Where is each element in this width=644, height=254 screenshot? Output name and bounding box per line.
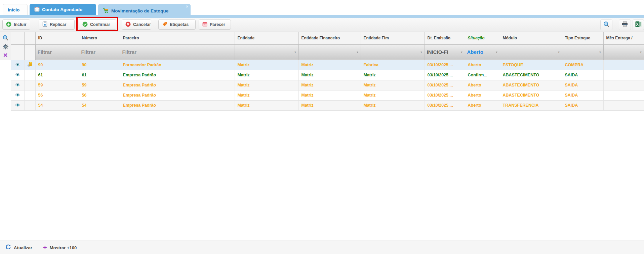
row-note-icon[interactable] — [24, 60, 35, 70]
cell-entidade[interactable]: Matriz — [235, 80, 298, 90]
chevron-down-icon[interactable]: ▼ — [460, 51, 463, 54]
replicar-button[interactable]: Replicar — [39, 20, 75, 30]
cell-entidade_financeiro[interactable]: Matriz — [298, 60, 361, 70]
cell-dt_emissao[interactable]: 03/10/2025 ... — [425, 80, 465, 90]
cell-tipo_estoque[interactable]: SAIDA — [562, 80, 603, 90]
confirmar-button[interactable]: Confirmar — [79, 20, 116, 30]
chevron-down-icon[interactable]: ▼ — [294, 51, 297, 54]
cell-entidade_financeiro[interactable]: Matriz — [298, 80, 361, 90]
tab-inicio[interactable]: Início — [3, 4, 28, 15]
column-header-tipo_estoque[interactable]: Tipo Estoque — [562, 32, 603, 44]
cell-situacao[interactable]: Confirm... — [465, 70, 500, 80]
print-button[interactable] — [619, 20, 631, 30]
chevron-down-icon[interactable]: ▼ — [640, 51, 642, 54]
cell-situacao[interactable]: Aberto — [465, 90, 500, 100]
chevron-down-icon[interactable]: ▼ — [599, 51, 602, 54]
cell-entidade_fim[interactable]: Matriz — [361, 70, 425, 80]
search-button[interactable] — [600, 20, 612, 30]
cell-numero[interactable]: 90 — [79, 60, 120, 70]
cell-parceiro[interactable]: Empresa Padrão — [120, 100, 235, 110]
cell-entidade[interactable]: Matriz — [235, 70, 298, 80]
filter-entidade_financeiro[interactable]: ▼ — [298, 44, 361, 60]
tab-movimentacao-estoque[interactable]: Movimentação de Estoque ✕ — [98, 4, 191, 18]
cell-entidade_financeiro[interactable]: Matriz — [298, 100, 361, 110]
cell-tipo_estoque[interactable]: SAIDA — [562, 70, 603, 80]
column-header-modulo[interactable]: Módulo — [500, 32, 562, 44]
filter-id[interactable]: Filtrar — [35, 44, 79, 60]
cell-modulo[interactable]: ABASTECIMENTO — [500, 70, 562, 80]
tab-close-icon[interactable]: ✕ — [186, 5, 189, 8]
cancelar-button[interactable]: Cancelar — [122, 20, 151, 30]
row-view-eye-icon[interactable] — [11, 80, 24, 90]
cell-parceiro[interactable]: Fornecedor Padrão — [120, 60, 235, 70]
filter-mes_entrega[interactable]: ▼ — [603, 44, 644, 60]
cell-mes_entrega[interactable] — [603, 100, 644, 110]
column-header-dt_emissao[interactable]: Dt. Emissão — [425, 32, 465, 44]
filter-parceiro[interactable]: Filtrar — [120, 44, 235, 60]
cell-entidade_fim[interactable]: Fabrica — [361, 60, 425, 70]
column-header-numero[interactable]: Número — [79, 32, 120, 44]
table-row[interactable]: 5959Empresa PadrãoMatrizMatrizMatriz03/1… — [11, 80, 644, 90]
row-view-eye-icon[interactable] — [11, 90, 24, 100]
row-view-eye-icon[interactable] — [11, 70, 24, 80]
cell-entidade[interactable]: Matriz — [235, 90, 298, 100]
export-excel-button[interactable] — [633, 20, 644, 30]
cell-modulo[interactable]: ABASTECIMENTO — [500, 90, 562, 100]
atualizar-button[interactable]: Atualizar — [5, 241, 32, 254]
cell-entidade_financeiro[interactable]: Matriz — [298, 90, 361, 100]
cell-mes_entrega[interactable] — [603, 90, 644, 100]
chevron-down-icon[interactable]: ▼ — [420, 51, 423, 54]
cell-modulo[interactable]: ABASTECIMENTO — [500, 80, 562, 90]
cell-mes_entrega[interactable] — [603, 80, 644, 90]
cell-situacao[interactable]: Aberto — [465, 100, 500, 110]
parecer-button[interactable]: Parecer — [199, 20, 231, 30]
chevron-down-icon[interactable]: ▼ — [356, 51, 359, 54]
cell-mes_entrega[interactable] — [603, 70, 644, 80]
cell-entidade_fim[interactable]: Matriz — [361, 100, 425, 110]
table-row[interactable]: 6161Empresa PadrãoMatrizMatrizMatriz03/1… — [11, 70, 644, 80]
row-view-eye-icon[interactable] — [11, 60, 24, 70]
filter-modulo[interactable]: ▼ — [500, 44, 562, 60]
tab-contato-agendado[interactable]: Contato Agendado — [30, 4, 96, 15]
cell-dt_emissao[interactable]: 03/10/2025 ... — [425, 60, 465, 70]
table-row[interactable]: 9090Fornecedor PadrãoMatrizMatrizFabrica… — [11, 60, 644, 70]
filter-tipo_estoque[interactable]: ▼ — [562, 44, 603, 60]
column-header-parceiro[interactable]: Parceiro — [120, 32, 235, 44]
cell-situacao[interactable]: Aberto — [465, 80, 500, 90]
cell-modulo[interactable]: ESTOQUE — [500, 60, 562, 70]
filter-dt_emissao[interactable]: INICIO-FI▼ — [425, 44, 465, 60]
cell-dt_emissao[interactable]: 03/10/2025 ... — [425, 70, 465, 80]
filter-numero[interactable]: Filtrar — [79, 44, 120, 60]
table-row[interactable]: 5454Empresa PadrãoMatrizMatrizMatriz03/1… — [11, 100, 644, 110]
cell-tipo_estoque[interactable]: SAIDA — [562, 90, 603, 100]
cell-numero[interactable]: 59 — [79, 80, 120, 90]
cell-entidade_fim[interactable]: Matriz — [361, 90, 425, 100]
cell-entidade[interactable]: Matriz — [235, 100, 298, 110]
cell-numero[interactable]: 61 — [79, 70, 120, 80]
cell-dt_emissao[interactable]: 03/10/2025 ... — [425, 90, 465, 100]
incluir-button[interactable]: Incluir — [2, 20, 30, 30]
settings-gear-icon[interactable]: API — [2, 43, 9, 50]
filter-entidade[interactable]: ▼ — [235, 44, 298, 60]
cell-parceiro[interactable]: Empresa Padrão — [120, 90, 235, 100]
cell-tipo_estoque[interactable]: COMPRA — [562, 60, 603, 70]
cell-id[interactable]: 56 — [35, 90, 79, 100]
column-header-id[interactable]: ID — [35, 32, 79, 44]
cell-id[interactable]: 54 — [35, 100, 79, 110]
cell-numero[interactable]: 54 — [79, 100, 120, 110]
grid-search-icon[interactable] — [2, 34, 9, 41]
table-row[interactable]: 5656Empresa PadrãoMatrizMatrizMatriz03/1… — [11, 90, 644, 100]
cell-entidade[interactable]: Matriz — [235, 60, 298, 70]
filter-situacao[interactable]: Aberto▼ — [465, 44, 500, 60]
cell-id[interactable]: 59 — [35, 80, 79, 90]
chevron-down-icon[interactable]: ▼ — [495, 51, 498, 54]
cell-parceiro[interactable]: Empresa Padrão — [120, 80, 235, 90]
column-header-entidade_financeiro[interactable]: Entidade Financeiro — [298, 32, 361, 44]
clear-filter-x-icon[interactable]: ✕ — [2, 51, 9, 59]
cell-id[interactable]: 90 — [35, 60, 79, 70]
row-view-eye-icon[interactable] — [11, 100, 24, 110]
cell-parceiro[interactable]: Empresa Padrão — [120, 70, 235, 80]
cell-entidade_financeiro[interactable]: Matriz — [298, 70, 361, 80]
cell-numero[interactable]: 56 — [79, 90, 120, 100]
column-header-entidade_fim[interactable]: Entidade Fim — [361, 32, 425, 44]
